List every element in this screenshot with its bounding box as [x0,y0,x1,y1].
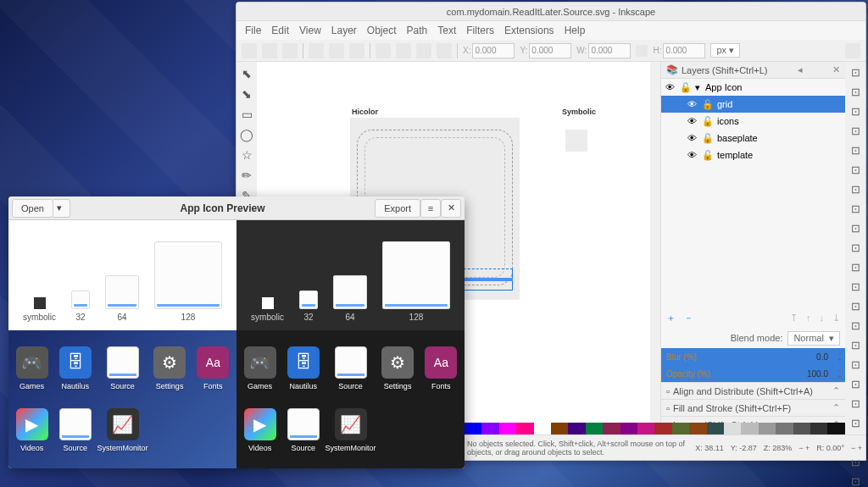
tool-icon[interactable]: ⬊ [238,86,255,102]
hamburger-icon[interactable]: ≡ [420,199,441,218]
app-item[interactable] [376,400,420,462]
swatch[interactable] [707,423,724,434]
tool-icon[interactable]: ☆ [238,147,255,163]
layer-row[interactable]: 👁🔓baseplate [661,130,845,147]
app-item[interactable]: 🎮Games [238,337,281,400]
app-item[interactable]: ⚙Settings [376,337,420,400]
visibility-icon[interactable]: 👁 [687,99,697,109]
toolbar-icon[interactable] [282,43,298,58]
menu-file[interactable]: File [245,25,261,36]
panel-close-icon[interactable]: ✕ [832,64,840,75]
app-item[interactable]: 🗄Nautilus [53,337,97,400]
app-item[interactable]: ▶Videos [10,400,53,462]
app-item[interactable]: AaFonts [192,337,235,400]
menu-object[interactable]: Object [367,25,397,36]
status-rotation[interactable]: R: 0.00° [816,444,844,452]
snap-icon[interactable]: ⊡ [848,143,863,158]
lower-bottom-icon[interactable]: ⤓ [832,313,840,324]
snap-icon[interactable]: ⊡ [848,182,863,196]
blur-slider[interactable]: Blur (%) 0.0 －＋ [661,348,845,365]
preview-titlebar[interactable]: Open ▾ App Icon Preview Export ≡ ✕ [8,196,465,220]
swatch[interactable] [481,423,498,434]
toolbar-icon[interactable] [396,43,411,58]
snap-icon[interactable]: ⊡ [848,260,863,274]
swatch[interactable] [551,423,568,434]
export-button[interactable]: Export [375,199,420,218]
x-input[interactable] [472,43,515,58]
snap-icon[interactable]: ⊡ [848,416,863,430]
menu-filters[interactable]: Filters [466,25,494,36]
inkscape-titlebar[interactable]: com.mydomain.ReadItLater.Source.svg - In… [236,3,865,21]
collapsible-header[interactable]: ▫Align and Distribute (Shift+Ctrl+A)⌃ [661,382,845,399]
toolbar-icon[interactable] [845,43,860,58]
inkscape-menubar[interactable]: FileEditViewLayerObjectPathTextFiltersEx… [236,21,865,40]
snap-icon[interactable]: ⊡ [848,104,863,119]
panel-menu-icon[interactable]: ◂ [798,64,803,75]
tool-icon[interactable]: ▭ [238,106,255,123]
menu-extensions[interactable]: Extensions [504,25,554,36]
blend-select[interactable]: Normal ▾ [787,331,840,346]
open-dropdown[interactable]: ▾ [53,199,70,218]
visibility-icon[interactable]: 👁 [687,150,697,160]
spinner-icon[interactable]: －＋ [836,368,843,379]
app-item[interactable]: AaFonts [420,337,463,400]
app-item[interactable]: Source [97,337,147,400]
toolbar-icon[interactable] [262,43,277,58]
snap-icon[interactable]: ⊡ [848,241,863,255]
lock-icon[interactable]: 🔓 [702,99,712,110]
lock-icon[interactable]: 🔓 [702,133,712,144]
swatch[interactable] [689,423,706,434]
lock-icon[interactable]: 🔓 [702,150,712,161]
toolbar-icon[interactable] [309,43,324,58]
raise-top-icon[interactable]: ⤒ [790,313,798,324]
menu-text[interactable]: Text [437,25,456,36]
snap-icon[interactable]: ⊡ [848,202,863,216]
swatch[interactable] [776,423,793,434]
lower-icon[interactable]: ↓ [820,313,825,323]
snap-icon[interactable]: ⊡ [848,299,863,313]
app-item[interactable]: 🎮Games [10,337,53,400]
swatch[interactable] [465,423,481,434]
lock-icon[interactable]: 🔓 [680,82,690,93]
app-item[interactable]: 📈SystemMonitor [97,400,147,462]
raise-icon[interactable]: ↑ [806,313,811,323]
app-item[interactable] [148,400,192,462]
app-item[interactable] [192,400,235,462]
swatch[interactable] [793,423,810,434]
collapsible-header[interactable]: ▫Fill and Stroke (Shift+Ctrl+F)⌃ [661,399,845,416]
snap-icon[interactable]: ⊡ [848,163,863,177]
visibility-icon[interactable]: 👁 [665,82,675,92]
lock-icon[interactable] [636,45,648,57]
toolbar-icon[interactable] [329,43,344,58]
app-item[interactable]: Source [325,337,376,400]
inkscape-toolbar[interactable]: X: Y: W: H: px ▾ [236,40,865,62]
app-item[interactable]: 🗄Nautilus [281,337,325,400]
status-zoom[interactable]: Z: 283% [764,444,793,452]
toolbar-icon[interactable] [416,43,431,58]
menu-view[interactable]: View [299,25,321,36]
snap-icon[interactable]: ⊡ [848,338,863,352]
toolbar-icon[interactable] [349,43,364,58]
swatch[interactable] [620,423,637,434]
swatch[interactable] [534,423,551,434]
swatch[interactable] [516,423,533,434]
swatch[interactable] [724,423,741,434]
app-item[interactable] [420,400,463,462]
tool-icon[interactable]: ⬉ [238,65,255,82]
artboard-symbolic[interactable] [565,130,587,152]
swatch[interactable] [499,423,516,434]
layer-row[interactable]: 👁🔓icons [661,113,845,130]
visibility-icon[interactable]: 👁 [687,116,697,126]
add-layer-icon[interactable]: ＋ [666,312,676,324]
swatch[interactable] [637,423,654,434]
toolbar-icon[interactable] [376,43,391,58]
snap-icon[interactable]: ⊡ [848,279,863,294]
open-button[interactable]: Open [12,199,53,218]
snap-icon[interactable]: ⊡ [848,377,863,391]
tool-icon[interactable]: ◯ [238,126,255,143]
expand-icon[interactable]: ▾ [695,82,700,93]
toolbar-icon[interactable] [242,43,257,58]
remove-layer-icon[interactable]: － [684,312,693,324]
swatch[interactable] [759,423,776,434]
layer-row[interactable]: 👁🔓template [661,147,845,163]
